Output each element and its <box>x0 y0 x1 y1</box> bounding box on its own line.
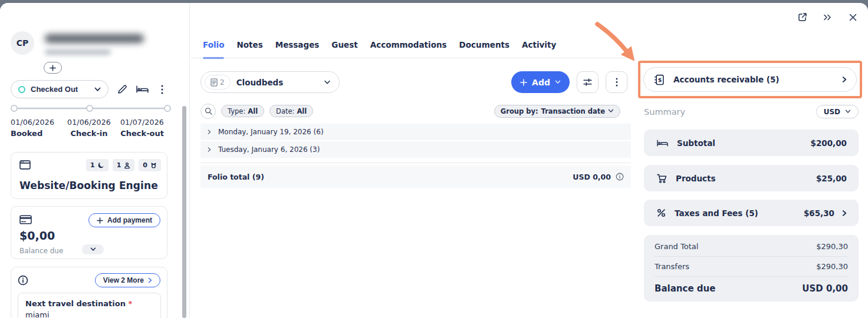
checkout-date: 01/07/2026 <box>120 118 164 127</box>
timeline-booked: 01/06/2026 Booked <box>11 118 54 138</box>
double-chevron-right-icon <box>823 14 831 21</box>
info-icon <box>18 275 28 286</box>
view-more-label: View 2 More <box>103 276 144 284</box>
balance-due-label: Balance due <box>19 247 63 255</box>
timeline-track <box>9 103 175 114</box>
booking-source-card: 1 1 0 Website/Booking Engine <box>11 152 167 199</box>
folio-total-row: Folio total (9) USD 0,00 <box>200 165 631 188</box>
screen: CP Checked Out <box>0 0 868 318</box>
open-in-new-window-button[interactable] <box>796 11 808 23</box>
filter-type-pill[interactable]: Type: All <box>221 105 264 117</box>
folio-panel: 2 Cloudbeds Add <box>200 71 631 188</box>
folio-total-label: Folio total (9) <box>208 173 264 181</box>
tab-guest[interactable]: Guest <box>331 40 357 59</box>
nights-count: 1 <box>90 161 95 169</box>
plus-icon <box>97 217 103 224</box>
booking-source-title: Website/Booking Engine <box>19 180 158 191</box>
date-label: Date: <box>276 107 294 115</box>
transaction-group-row[interactable]: Tuesday, January 6, 2026 (3) <box>200 141 631 158</box>
currency-value: USD <box>824 108 840 116</box>
custom-field[interactable]: Next travel destination * miami <box>18 293 161 318</box>
plus-icon <box>520 79 527 86</box>
group-by-dropdown[interactable]: Group by: Transaction date <box>494 105 620 118</box>
collapse-panel-button[interactable] <box>821 11 833 23</box>
view-more-button[interactable]: View 2 More <box>95 273 160 287</box>
required-asterisk: * <box>128 299 132 308</box>
currency-dropdown[interactable]: USD <box>816 105 859 118</box>
stay-badges: 1 1 0 <box>86 159 161 171</box>
add-payment-button[interactable]: Add payment <box>88 213 160 227</box>
grand-total-row: Grand Total $290,30 <box>655 237 848 257</box>
search-button[interactable] <box>200 104 216 119</box>
transfers-row: Transfers $290,30 <box>655 257 848 277</box>
kebab-icon <box>616 78 618 87</box>
balance-expand-button[interactable] <box>82 244 104 254</box>
guest-avatar: CP <box>11 31 34 55</box>
transfers-amount: $290,30 <box>816 262 848 271</box>
add-tag-button[interactable] <box>44 62 62 74</box>
tab-accommodations[interactable]: Accommodations <box>370 40 447 59</box>
guest-subtitle-blurred <box>45 49 111 55</box>
group-label: Monday, January 19, 2026 (6) <box>218 128 324 136</box>
chevron-right-icon <box>842 210 847 217</box>
folio-count: 2 <box>220 78 225 87</box>
folio-more-button[interactable] <box>606 71 627 93</box>
products-amount: $25,00 <box>816 174 847 183</box>
room-assignment-button[interactable] <box>132 80 152 98</box>
tab-messages[interactable]: Messages <box>275 40 320 59</box>
grand-total-amount: $290,30 <box>816 242 848 251</box>
folio-selector-dropdown[interactable]: 2 Cloudbeds <box>200 71 340 93</box>
chevron-right-icon <box>208 147 211 153</box>
group-by-value: Transaction date <box>541 107 605 115</box>
tab-notes[interactable]: Notes <box>236 40 262 59</box>
filter-date-pill[interactable]: Date: All <box>269 105 313 117</box>
transaction-group-row[interactable]: Monday, January 19, 2026 (6) <box>200 124 631 140</box>
tab-folio[interactable]: Folio <box>203 40 224 59</box>
checkin-date: 01/06/2026 <box>67 118 111 127</box>
filter-settings-button[interactable] <box>577 71 599 93</box>
booked-date: 01/06/2026 <box>11 118 54 127</box>
custom-fields-card: View 2 More Next travel destination * mi… <box>11 267 167 318</box>
checkin-label: Check-in <box>67 129 111 138</box>
more-options-button[interactable] <box>152 80 172 98</box>
tab-activity[interactable]: Activity <box>522 40 556 59</box>
pencil-icon <box>117 84 127 94</box>
credit-card-icon <box>19 215 32 224</box>
tab-documents[interactable]: Documents <box>459 40 509 59</box>
add-payment-label: Add payment <box>107 216 152 224</box>
sliders-icon <box>583 77 593 87</box>
status-label: Checked Out <box>31 85 78 94</box>
transfers-label: Transfers <box>655 262 689 271</box>
group-by-label: Group by: <box>501 107 538 115</box>
guests-badge: 1 <box>113 159 135 171</box>
summary-row-taxes[interactable]: Taxes and Fees (5) $65,30 <box>644 200 859 226</box>
folio-selector-value: Cloudbeds <box>236 78 284 87</box>
accounts-receivable-label: Accounts receivable (5) <box>673 75 780 84</box>
folio-total-section: Folio total (9) USD 0,00 <box>200 163 631 188</box>
tabs-divider <box>190 58 636 58</box>
search-icon <box>205 107 212 115</box>
chevron-right-icon <box>148 277 152 283</box>
subtotal-amount: $200,00 <box>811 138 847 148</box>
folio-count-badge: 2 <box>205 75 231 90</box>
close-button[interactable] <box>847 11 859 23</box>
chevron-down-icon <box>608 109 614 113</box>
sidebar-scrollbar[interactable] <box>182 106 186 318</box>
nights-badge: 1 <box>86 159 108 171</box>
group-label: Tuesday, January 6, 2026 (3) <box>218 145 320 154</box>
info-icon[interactable] <box>616 173 624 181</box>
subtotal-label: Subtotal <box>677 138 715 148</box>
guest-name-blurred <box>45 34 144 43</box>
accounts-receivable-button[interactable]: $ Accounts receivable (5) <box>643 67 857 92</box>
type-value: All <box>248 107 258 115</box>
custom-field-label: Next travel destination * <box>25 299 153 308</box>
add-transaction-button[interactable]: Add <box>511 71 570 93</box>
status-dropdown[interactable]: Checked Out <box>11 80 108 98</box>
balance-due-label: Balance due <box>655 283 715 294</box>
totals-card: Grand Total $290,30 Transfers $290,30 Ba… <box>644 235 859 302</box>
timeline-checkout: 01/07/2026 Check-out <box>120 118 164 138</box>
chevron-right-icon <box>842 76 847 83</box>
bed-icon <box>136 85 149 94</box>
ledger-icon: $ <box>654 74 665 85</box>
edit-reservation-button[interactable] <box>112 80 132 98</box>
